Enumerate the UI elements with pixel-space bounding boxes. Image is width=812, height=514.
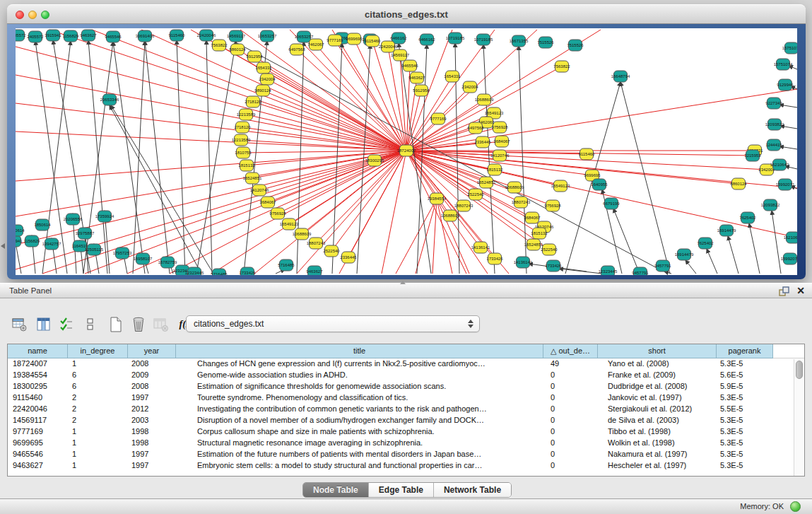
delete-table-button[interactable] — [130, 316, 147, 333]
table-selector-dropdown[interactable]: citations_edges.txt — [186, 315, 480, 332]
table-row[interactable]: 1830029562008Estimation of significance … — [8, 381, 804, 392]
table-panel: Table Panel ✕ — [0, 283, 812, 498]
graph-edge — [16, 132, 406, 151]
graph-node-label: 20206556 — [64, 217, 83, 221]
vertical-scrollbar[interactable] — [794, 359, 804, 477]
graph-node-label: 1654331 — [255, 66, 272, 70]
table-row[interactable]: 1872400712008Changes of HCN gene express… — [8, 358, 804, 370]
graph-node-label: 12093822 — [761, 203, 780, 207]
graph-node-label: 18724007 — [397, 148, 416, 153]
rows-button[interactable] — [82, 316, 99, 333]
graph-edge — [297, 49, 406, 151]
cell-short: Yano et al. (2008) — [598, 358, 717, 370]
column-header-name[interactable]: name — [8, 344, 68, 358]
cell-out_degree: 0 — [543, 370, 598, 381]
graph-node-label: 16549123 — [280, 222, 299, 226]
cell-out_degree: 0 — [543, 381, 598, 392]
graph-node-label: 20653346 — [100, 98, 119, 102]
graph-node-label: 15992071 — [776, 182, 795, 187]
graph-edge — [406, 76, 452, 151]
table-row[interactable]: 969969511998Structural magnetic resonanc… — [8, 438, 804, 449]
graph-node-label: 1850614 — [34, 223, 51, 227]
delete-column-disabled-button[interactable] — [153, 316, 170, 333]
column-header-pagerank[interactable]: pagerank — [717, 344, 773, 358]
graph-edge — [16, 47, 406, 151]
cell-out_degree: 0 — [543, 449, 598, 460]
graph-node-label: 1640955 — [591, 182, 608, 187]
cell-title: Genome-wide association studies in ADHD. — [176, 370, 543, 381]
new-table-button[interactable] — [107, 316, 124, 333]
cell-pagerank: 5.3E-5 — [717, 358, 773, 370]
graph-node-label: 5716485 — [278, 263, 295, 267]
tab-node-table[interactable]: Node Table — [303, 483, 369, 497]
graph-node-label: 7515526 — [537, 40, 554, 45]
splitter-grip-icon[interactable] — [400, 281, 406, 284]
graph-edge — [406, 89, 797, 151]
cell-pagerank: 5.9E-5 — [717, 381, 773, 392]
table-row[interactable]: 977716911998Corpus callosum shape and si… — [8, 426, 804, 438]
cell-pagerank: 5.3E-5 — [717, 415, 773, 426]
graph-node-label: 9756928 — [269, 211, 286, 216]
graph-node-label: 1815132 — [238, 163, 255, 168]
graph-edge — [88, 40, 107, 274]
graph-node-label: 9115460 — [365, 39, 382, 43]
graph-edge — [254, 57, 406, 151]
graph-edge — [267, 79, 406, 151]
table-row[interactable]: 946554611997Estimation of the future num… — [8, 449, 804, 460]
graph-node-label: 9457791 — [654, 264, 671, 268]
graph-node-label: 10653257 — [258, 34, 277, 38]
column-header-short[interactable]: short — [598, 344, 717, 358]
memory-indicator[interactable] — [790, 501, 801, 512]
graph-node-label: 18300295 — [365, 158, 384, 163]
table-gear-button[interactable] — [11, 316, 28, 333]
table-panel-titlebar[interactable]: Table Panel ✕ — [0, 283, 812, 298]
column-header-title[interactable]: title — [176, 344, 543, 358]
graph-node-label: 9115460 — [169, 33, 186, 37]
graph-edge — [779, 146, 797, 149]
table-row[interactable]: 2242004622012Investigating the contribut… — [8, 404, 804, 415]
column-header-in_degree[interactable]: in_degree — [68, 344, 128, 358]
graph-node-label: 9890124 — [254, 88, 271, 93]
graph-node-label: 9227343 — [765, 101, 782, 105]
graph-node-label: 7515526 — [567, 43, 584, 47]
checklist-button[interactable] — [58, 316, 75, 333]
network-window-titlebar[interactable]: citations_edges.txt — [7, 4, 806, 24]
cell-title: Corpus callosum shape and size in male p… — [176, 426, 543, 438]
cell-pagerank: 5.3E-5 — [717, 460, 773, 472]
cell-pagerank: 5.3E-5 — [717, 392, 773, 404]
graph-node-label: 2522540 — [467, 192, 484, 197]
column-header-out_degree[interactable]: △ out_de… — [543, 344, 598, 358]
panel-resize-arrow[interactable] — [1, 243, 5, 249]
cell-in_degree: 1 — [68, 449, 128, 460]
graph-node-label: 2405572 — [27, 35, 44, 39]
network-canvas[interactable]: 2405572240557239159411156829946362794655… — [16, 28, 797, 275]
graph-node-label: 1810755 — [235, 151, 252, 155]
table-row[interactable]: 946362711997Embryonic stem cells: a mode… — [8, 460, 804, 472]
graph-node-label: 14120746 — [250, 188, 269, 192]
cell-year: 2008 — [128, 381, 176, 392]
graph-node-label: 16648794 — [611, 74, 630, 78]
graph-node-label: 19384554 — [428, 197, 447, 201]
graph-node-label: 2522540 — [323, 249, 340, 253]
scrollbar-thumb[interactable] — [796, 361, 803, 379]
cell-name: 18300295 — [8, 381, 68, 392]
table-row[interactable]: 911546021997Tourette syndrome. Phenomeno… — [8, 392, 804, 404]
table-row[interactable]: 1938455462009Genome-wide association stu… — [8, 370, 804, 381]
tab-edge-table[interactable]: Edge Table — [369, 483, 434, 497]
graph-node-label: 7563822 — [211, 43, 228, 47]
cell-out_degree: 0 — [543, 404, 598, 415]
cell-short: Franke et al. (2009) — [598, 370, 717, 381]
network-graph[interactable]: 2405572240557239159411156829946362794655… — [16, 28, 797, 275]
cell-short: Stergiakouli et al. (2012) — [598, 404, 717, 415]
table-header-row: namein_degreeyeartitle△ out_de…shortpage… — [8, 344, 804, 358]
float-panel-icon[interactable] — [779, 286, 789, 297]
graph-node-label: 9463627 — [408, 76, 425, 80]
column-header-year[interactable]: year — [128, 344, 176, 358]
graph-node-label: 22420046 — [379, 45, 398, 49]
tab-network-table[interactable]: Network Table — [434, 483, 511, 497]
table-columns-button[interactable] — [35, 316, 52, 333]
cell-title: Changes of HCN gene expression and I(f) … — [176, 358, 543, 370]
graph-node-label: 2342004 — [259, 77, 276, 81]
close-panel-icon[interactable]: ✕ — [796, 285, 805, 296]
table-row[interactable]: 1456911722003Disruption of a novel membe… — [8, 415, 804, 426]
